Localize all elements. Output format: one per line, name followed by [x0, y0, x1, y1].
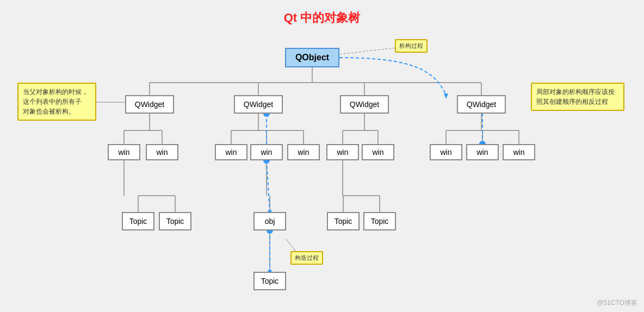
node-win2-1: win [215, 144, 247, 160]
callout-construct-label: 构造过程 [290, 251, 323, 265]
node-qwidget4: QWidget [457, 95, 506, 114]
node-topic1: Topic [122, 212, 154, 230]
watermark: @51CTO博客 [597, 298, 637, 308]
node-win4-1: win [430, 144, 462, 160]
svg-line-40 [267, 160, 270, 212]
page-title: Qt 中的对象树 [284, 10, 361, 26]
node-win4-2: win [466, 144, 499, 160]
node-obj: obj [253, 212, 286, 230]
callout-destruct-label: 析构过程 [395, 39, 428, 53]
node-win1-1: win [108, 144, 140, 160]
diagram-canvas: Qt 中的对象树 [0, 0, 644, 312]
node-qwidget1: QWidget [125, 95, 174, 114]
node-win2-3: win [287, 144, 320, 160]
callout-parent-destruct: 当父对象析构的时候， 这个列表中的所有子 对象也会被析构。 [17, 83, 96, 121]
node-topic-bottom: Topic [253, 272, 286, 290]
callout-local-destruct: 局部对象的析构顺序应该按 照其创建顺序的相反过程 [531, 83, 624, 111]
svg-marker-35 [444, 93, 448, 99]
node-topic3: Topic [327, 212, 360, 230]
node-win1-2: win [146, 144, 178, 160]
node-qwidget3: QWidget [340, 95, 389, 114]
node-qwidget2: QWidget [234, 95, 283, 114]
node-topic2: Topic [159, 212, 191, 230]
node-win2-2: win [250, 144, 283, 160]
node-win4-3: win [503, 144, 535, 160]
node-topic4: Topic [363, 212, 396, 230]
diagram-lines [0, 0, 644, 312]
node-win3-1: win [326, 144, 359, 160]
node-win3-2: win [362, 144, 394, 160]
node-qobject: QObject [285, 48, 339, 67]
